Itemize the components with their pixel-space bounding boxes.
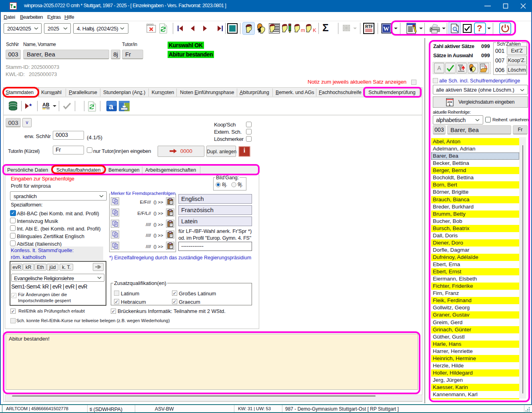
svg-text:m: m xyxy=(301,27,305,33)
svg-text:K: K xyxy=(313,27,316,33)
svg-text:W: W xyxy=(383,26,389,32)
svg-text:RTF: RTF xyxy=(365,24,373,29)
